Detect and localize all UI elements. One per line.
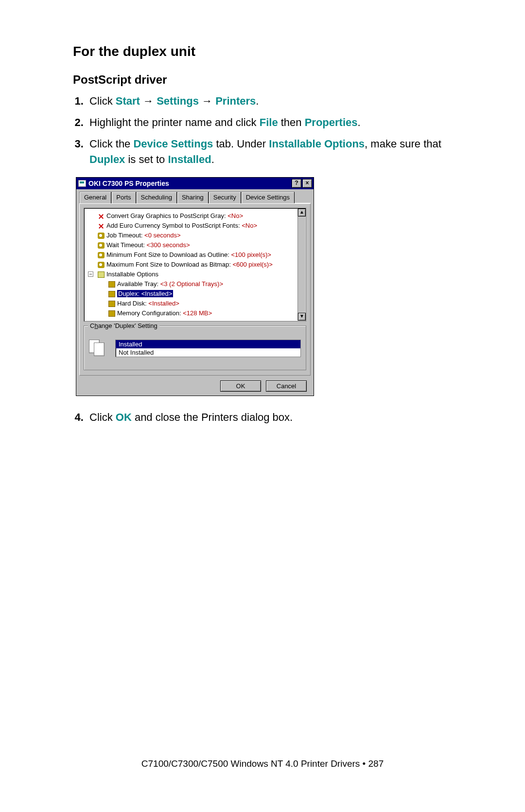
step1-prefix: Click	[89, 95, 116, 107]
tab-security[interactable]: Security	[209, 192, 241, 203]
step2-mid: then	[278, 116, 305, 128]
tree-duplex-value: <Installed>	[141, 290, 173, 297]
tree-euro-label: Add Euro Currency Symbol to PostScript F…	[106, 222, 242, 229]
tree-duplex[interactable]: Duplex: <Installed>	[98, 289, 297, 299]
step4-ok: OK	[116, 411, 132, 423]
tree-mem-label: Memory Configuration:	[117, 309, 183, 317]
printer-icon	[78, 180, 86, 187]
change-duplex-legend: Change 'Duplex' Setting	[88, 322, 159, 329]
dialog-title: OKI C7300 PS Properties	[88, 180, 169, 187]
subsection-heading: PostScript driver	[73, 73, 472, 87]
step1-arrow1: →	[140, 95, 157, 107]
legend-pre: C	[90, 322, 94, 329]
tab-scheduling[interactable]: Scheduling	[136, 192, 177, 203]
tree-job-timeout-label: Job Timeout:	[106, 232, 144, 239]
tree-scrollbar[interactable]: ▲ ▼	[298, 209, 305, 321]
tree-tray-label: Available Tray:	[117, 280, 160, 288]
step3-mid3: is set to	[125, 153, 168, 165]
step2-properties: Properties	[305, 116, 358, 128]
step3-installed: Installed	[168, 153, 211, 165]
tab-ports[interactable]: Ports	[111, 192, 136, 203]
tab-general[interactable]: General	[79, 192, 111, 203]
legend-post: ange 'Duplex' Setting	[98, 322, 158, 329]
change-duplex-group: Change 'Duplex' Setting Installed Not In…	[84, 325, 306, 370]
tree-convert-gray[interactable]: Convert Gray Graphics to PostScript Gray…	[98, 211, 297, 221]
device-icon	[108, 310, 115, 317]
step-4: Click OK and close the Printers dialog b…	[87, 410, 472, 425]
ok-button[interactable]: OK	[220, 380, 261, 392]
cancel-button[interactable]: Cancel	[266, 380, 307, 392]
tab-device-settings[interactable]: Device Settings	[241, 192, 295, 203]
step2-file: File	[260, 116, 278, 128]
step-3: Click the Device Settings tab. Under Ins…	[87, 136, 472, 167]
tree-max-font-value: <600 pixel(s)>	[232, 261, 272, 268]
x-icon	[98, 223, 105, 229]
tree-convert-gray-value: <No>	[228, 212, 243, 219]
step2-prefix: Highlight the printer name and click	[89, 116, 260, 128]
x-icon	[98, 213, 105, 219]
tree-duplex-label: Duplex:	[118, 290, 141, 297]
step1-settings: Settings	[157, 95, 199, 107]
tree-job-timeout[interactable]: Job Timeout: <0 seconds>	[98, 231, 297, 240]
legend-u: h	[94, 322, 98, 329]
step-1: Click Start → Settings → Printers.	[87, 93, 472, 109]
tree-min-font[interactable]: Minimum Font Size to Download as Outline…	[98, 250, 297, 260]
scroll-down-button[interactable]: ▼	[298, 313, 306, 321]
tree-min-font-label: Minimum Font Size to Download as Outline…	[106, 251, 231, 258]
tree-convert-gray-label: Convert Gray Graphics to PostScript Gray…	[106, 212, 228, 219]
duplex-listbox[interactable]: Installed Not Installed	[115, 340, 301, 357]
device-settings-panel: Convert Gray Graphics to PostScript Gray…	[79, 203, 311, 376]
step3-prefix: Click the	[89, 138, 133, 150]
tree-installable-options[interactable]: − Installable Options	[98, 270, 297, 279]
step1-arrow2: →	[199, 95, 215, 107]
tree-hd-label: Hard Disk:	[117, 300, 148, 307]
tree-max-font-label: Maximum Font Size to Download as Bitmap:	[106, 261, 232, 268]
properties-dialog: OKI C7300 PS Properties ? × General Port…	[76, 177, 314, 396]
step3-suffix: .	[211, 153, 214, 165]
device-icon	[108, 301, 115, 307]
section-heading: For the duplex unit	[73, 44, 472, 59]
tree-installable-label: Installable Options	[106, 271, 158, 278]
tree-tray-value: <3 (2 Optional Trays)>	[160, 280, 223, 288]
steps-list-2: Click OK and close the Printers dialog b…	[73, 410, 472, 425]
step3-inst-options: Installable Options	[269, 138, 365, 150]
titlebar[interactable]: OKI C7300 PS Properties ? ×	[76, 178, 314, 189]
tree-available-tray[interactable]: Available Tray: <3 (2 Optional Trays)>	[98, 279, 297, 289]
tree-job-timeout-value: <0 seconds>	[144, 232, 180, 239]
step3-mid2: , make sure that	[365, 138, 441, 150]
close-button[interactable]: ×	[302, 179, 312, 188]
tree-hard-disk[interactable]: Hard Disk: <Installed>	[98, 299, 297, 308]
step-2: Highlight the printer name and click Fil…	[87, 115, 472, 130]
tree-max-font[interactable]: Maximum Font Size to Download as Bitmap:…	[98, 260, 297, 270]
device-icon	[108, 291, 115, 297]
steps-list: Click Start → Settings → Printers. Highl…	[73, 93, 472, 167]
step1-suffix: .	[256, 95, 259, 107]
help-button[interactable]: ?	[292, 179, 301, 188]
tree-euro-value: <No>	[242, 222, 257, 229]
tab-bar: General Ports Scheduling Sharing Securit…	[79, 191, 311, 203]
tab-sharing[interactable]: Sharing	[177, 192, 209, 203]
duplex-option-not-installed[interactable]: Not Installed	[116, 348, 300, 357]
gear-icon	[98, 252, 105, 258]
tree-hd-value: <Installed>	[148, 300, 179, 307]
step2-suffix: .	[358, 116, 361, 128]
step4-suffix: and close the Printers dialog box.	[132, 411, 293, 423]
device-icon	[108, 281, 115, 288]
scroll-up-button[interactable]: ▲	[298, 209, 306, 217]
step3-mid1: tab. Under	[213, 138, 269, 150]
tree-memory[interactable]: Memory Configuration: <128 MB>	[98, 308, 297, 318]
step1-start: Start	[116, 95, 140, 107]
settings-tree[interactable]: Convert Gray Graphics to PostScript Gray…	[84, 208, 306, 322]
step4-prefix: Click	[89, 411, 116, 423]
tree-min-font-value: <100 pixel(s)>	[231, 251, 271, 258]
gear-icon	[98, 262, 105, 268]
step3-duplex: Duplex	[89, 153, 125, 165]
duplex-option-installed[interactable]: Installed	[116, 340, 300, 348]
tree-wait-timeout[interactable]: Wait Timeout: <300 seconds>	[98, 240, 297, 250]
tree-mem-value: <128 MB>	[183, 309, 212, 317]
tree-euro-symbol[interactable]: Add Euro Currency Symbol to PostScript F…	[98, 221, 297, 231]
folder-icon	[98, 271, 105, 278]
collapse-icon[interactable]: −	[88, 271, 93, 277]
step3-dev-settings: Device Settings	[133, 138, 213, 150]
gear-icon	[98, 233, 105, 239]
